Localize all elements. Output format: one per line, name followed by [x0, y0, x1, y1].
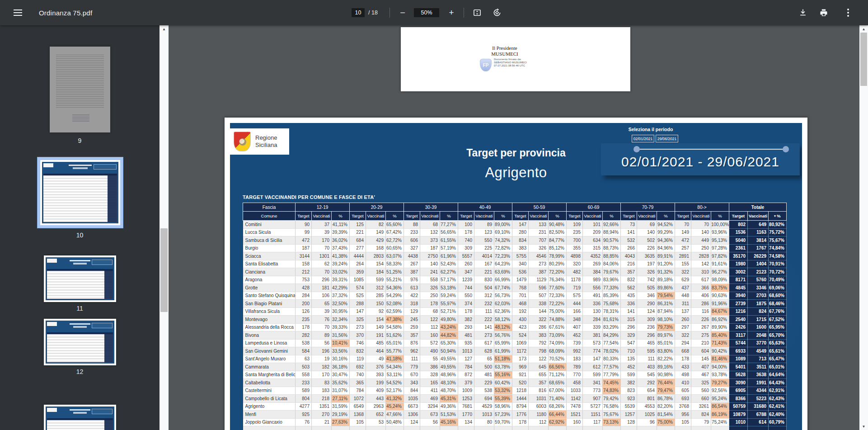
sub-header[interactable]: % — [711, 212, 729, 221]
main-scrollbar-thumb[interactable] — [860, 33, 867, 86]
percent-cell: 89,16% — [657, 363, 675, 371]
comune-header[interactable]: Comune — [243, 212, 296, 221]
sub-header[interactable]: Vaccinati — [748, 212, 769, 221]
comune-cell: San Giovanni Gemini — [243, 347, 296, 355]
target-cell: 266 — [621, 244, 637, 252]
page-thumbnail-11[interactable] — [44, 255, 116, 302]
age-group-header[interactable]: 50-59 — [512, 203, 567, 212]
target-cell: 701 — [512, 292, 529, 300]
vaccinati-cell: 792 — [529, 339, 549, 347]
vaccinati-cell — [366, 426, 386, 430]
sub-header[interactable]: Target — [296, 212, 312, 221]
scroll-down-icon[interactable]: ▼ — [859, 423, 868, 430]
sidebar-scrollbar-thumb[interactable] — [160, 228, 168, 312]
table-row — [243, 426, 787, 430]
sub-header[interactable]: Vaccinati — [691, 212, 711, 221]
totale-header[interactable]: Totale — [729, 203, 787, 212]
page-thumbnail-12[interactable] — [44, 319, 116, 365]
vaccinati-cell: 312 — [366, 284, 386, 292]
sub-header[interactable]: Vaccinati — [312, 212, 332, 221]
period-start-input[interactable]: 02/01/2021 — [632, 135, 654, 142]
percent-cell: 81,54% — [657, 411, 675, 419]
sort-desc-icon[interactable]: ▾ — [774, 214, 776, 217]
download-icon[interactable] — [796, 0, 810, 25]
sub-header[interactable]: Vaccinati — [420, 212, 440, 221]
sub-header[interactable]: Target — [621, 212, 637, 221]
slider-handle-end[interactable] — [783, 146, 789, 152]
age-group-header[interactable]: 30-39 — [404, 203, 458, 212]
target-cell: 63 — [296, 355, 312, 363]
vaccinati-cell: 106 — [312, 292, 332, 300]
vaccinati-cell: 1301 — [312, 252, 332, 260]
sub-header[interactable]: Target — [404, 212, 420, 221]
page-number-input[interactable]: 10 — [352, 8, 365, 17]
page-thumbnail-10-selected[interactable] — [37, 157, 123, 228]
menu-icon[interactable] — [12, 0, 23, 25]
percent-cell: 79,54% — [657, 292, 675, 300]
scroll-up-icon[interactable]: ▲ — [160, 25, 169, 33]
vaccinati-cell: 226 — [691, 316, 711, 324]
thumbnail-sidebar: 9 10 11 12 — [0, 25, 160, 430]
percent-cell: 79,47% — [657, 387, 675, 395]
period-end-input[interactable]: 29/06/2021 — [656, 135, 678, 142]
period-slider[interactable] — [635, 149, 787, 150]
percent-cell: 48,96% — [440, 371, 458, 379]
fit-to-page-button[interactable] — [471, 0, 483, 25]
sub-header[interactable]: Target — [458, 212, 474, 221]
target-cell: 88 — [404, 221, 420, 229]
sub-header[interactable]: % — [440, 212, 458, 221]
sub-header[interactable]: ▾ % — [769, 212, 787, 221]
percent-cell: 97,82% — [711, 252, 729, 260]
zoom-in-button[interactable]: + — [446, 0, 457, 25]
age-group-header[interactable]: 40-49 — [458, 203, 512, 212]
zoom-level-input[interactable]: 50% — [414, 8, 439, 17]
more-options-icon[interactable] — [842, 0, 854, 25]
sub-header[interactable]: % — [549, 212, 567, 221]
target-cell: 273 — [350, 323, 366, 331]
vaccinati-cell: 315 — [583, 244, 603, 252]
percent-cell: 84,67% — [711, 307, 729, 316]
page-thumbnail-13-partial[interactable] — [44, 405, 116, 430]
vaccinati-cell: 70 — [312, 323, 332, 331]
age-group-header[interactable]: 70-79 — [621, 203, 675, 212]
vaccinati-cell: 325 — [691, 379, 711, 387]
print-icon[interactable] — [817, 0, 830, 25]
scroll-up-icon[interactable]: ▲ — [859, 25, 868, 33]
sub-header[interactable]: Target — [675, 212, 691, 221]
sub-header[interactable]: % — [332, 212, 350, 221]
target-cell: 784 — [458, 363, 474, 371]
totale-percent-cell: 68,46% — [769, 300, 787, 308]
percent-cell: 92,56% — [711, 387, 729, 395]
sub-header[interactable]: % — [494, 212, 512, 221]
target-cell: 178 — [296, 323, 312, 331]
zoom-out-button[interactable]: − — [397, 0, 408, 25]
sub-header[interactable]: % — [386, 212, 404, 221]
sub-header[interactable]: Target — [350, 212, 366, 221]
target-cell: 956 — [675, 411, 691, 419]
age-group-header[interactable]: 80-> — [675, 203, 729, 212]
sub-header[interactable]: Target — [512, 212, 529, 221]
sub-header[interactable]: Vaccinati — [366, 212, 386, 221]
vaccinati-cell: 4529 — [474, 402, 494, 411]
sub-header[interactable]: Target — [729, 212, 748, 221]
sub-header[interactable]: % — [603, 212, 621, 221]
sub-header[interactable]: Vaccinati — [637, 212, 657, 221]
sub-header[interactable]: Vaccinati — [583, 212, 603, 221]
age-group-header[interactable]: 12-19 — [296, 203, 350, 212]
target-cell: 558 — [296, 371, 312, 379]
target-cell: 684 — [350, 236, 366, 245]
rotate-button[interactable] — [491, 0, 503, 25]
page-thumbnail-9[interactable] — [50, 47, 110, 132]
age-group-header[interactable]: 20-29 — [350, 203, 404, 212]
sub-header[interactable]: % — [657, 212, 675, 221]
target-cell: 183 — [567, 355, 583, 363]
sub-header[interactable]: Vaccinati — [474, 212, 494, 221]
percent-cell: 72,33% — [549, 292, 567, 300]
vaccinati-cell: 393 — [366, 371, 386, 379]
sub-header[interactable]: Target — [567, 212, 583, 221]
age-group-header[interactable]: 60-69 — [567, 203, 621, 212]
sub-header[interactable]: Vaccinati — [529, 212, 549, 221]
slider-handle-start[interactable] — [633, 146, 640, 152]
totale-percent-cell: 70,91% — [769, 260, 787, 268]
totale-percent-cell: 67,52% — [769, 316, 787, 324]
